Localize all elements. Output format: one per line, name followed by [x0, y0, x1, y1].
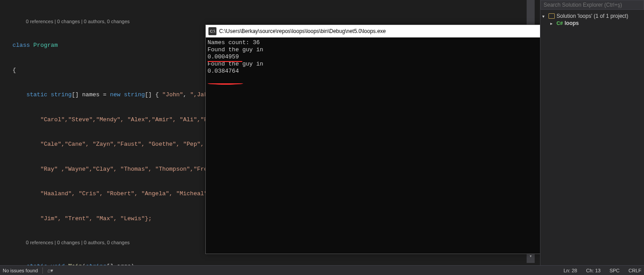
console-line: 0.0384764 [208, 68, 239, 74]
lineending-indicator[interactable]: CRLF [628, 268, 641, 273]
solution-explorer: ▾ Solution 'loops' (1 of 1 project) ▸ C#… [540, 0, 644, 267]
console-title-text: C:\Users\Berkay\source\repos\loops\loops… [219, 28, 579, 34]
solution-label: Solution 'loops' (1 of 1 project) [557, 13, 628, 19]
solution-node[interactable]: ▾ Solution 'loops' (1 of 1 project) [542, 12, 642, 20]
scroll-down-icon[interactable]: ▾ [527, 253, 535, 261]
search-input[interactable] [540, 0, 644, 10]
annotation-underline [208, 82, 243, 85]
project-node[interactable]: ▸ C# loops [542, 20, 642, 27]
chevron-right-icon[interactable]: ▸ [550, 21, 555, 26]
column-indicator[interactable]: Ch: 13 [586, 268, 600, 273]
console-line: 0.0004959 [208, 53, 239, 60]
status-bar: No issues found ⌂▾ Ln: 28 Ch: 13 SPC CRL… [0, 265, 644, 275]
project-label: loops [565, 20, 579, 26]
indent-indicator[interactable]: SPC [610, 268, 620, 273]
line-indicator[interactable]: Ln: 28 [564, 268, 578, 273]
csharp-project-icon: C# [557, 20, 563, 26]
solution-icon [548, 13, 555, 19]
console-line: Found the guy in [208, 46, 263, 53]
tag-icon[interactable]: ⌂▾ [47, 267, 53, 274]
separator [42, 267, 43, 274]
annotation-underline [208, 61, 242, 62]
console-line: Names count: 36 [208, 39, 260, 46]
codelens-line[interactable]: 0 references | 0 changes | 0 authors, 0 … [0, 18, 536, 25]
issues-status[interactable]: No issues found [3, 268, 38, 273]
console-icon: C:\ [208, 27, 216, 35]
chevron-down-icon[interactable]: ▾ [542, 14, 547, 19]
